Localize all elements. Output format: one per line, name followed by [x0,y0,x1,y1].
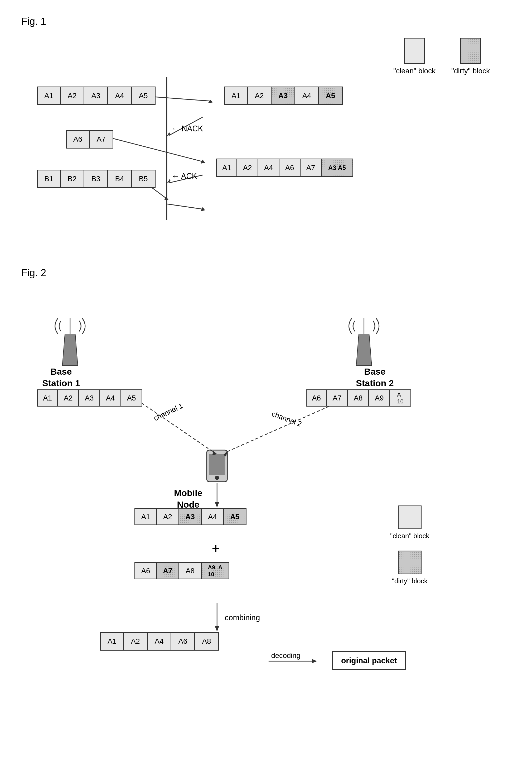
svg-line-8 [169,175,203,183]
f2-a8: A8 [348,389,369,407]
f2-a9: A9 [369,389,390,407]
dirty-block-icon [460,38,481,64]
f2-a4: A4 [100,389,121,407]
mobile-node-text: MobileNode [174,487,202,510]
r1-a3: A3 [179,508,202,525]
rcell2-a4: A4 [258,158,279,177]
fig1-pkt2: A6 A7 [66,130,113,148]
svg-marker-2 [208,100,213,103]
svg-line-6 [106,137,203,162]
svg-marker-29 [215,502,219,507]
svg-text:channel 2: channel 2 [271,409,303,428]
rcell-a3-dirty: A3 [272,86,295,105]
cell-b3: B3 [84,169,108,188]
svg-marker-12 [164,197,168,200]
fig2-recv2: A6 A7 A8 A9 A10 [134,562,229,580]
rcell-a1: A1 [224,86,248,105]
f2-a3: A3 [79,389,100,407]
rcell2-a1: A1 [216,158,237,177]
dirty-legend-item: "dirty" block [451,38,490,75]
bs1-label: BaseStation 1 [42,366,80,389]
r1-a5: A5 [224,508,246,525]
fig1-rpkt1: A1 A2 A3 A4 A5 [224,86,343,105]
rcell-a4: A4 [295,86,319,105]
page: Fig. 1 "clean" block "dirty" block [0,0,532,768]
svg-point-21 [215,476,219,480]
fig2-clean-block [398,505,422,529]
fig2-container: channel 1 channel 2 + combining decoding… [21,287,511,735]
r1-a4: A4 [202,508,224,525]
bs2-label: BaseStation 2 [356,366,394,389]
fig1-container: "clean" block "dirty" block ← NACK [21,35,511,246]
cell-a4: A4 [108,86,132,105]
svg-line-13 [167,204,203,209]
svg-line-24 [225,400,344,453]
svg-marker-7 [201,159,205,163]
r1-a2: A2 [157,508,179,525]
fig1-rpkt2: A1 A2 A4 A6 A7 A3 A5 [216,158,353,177]
f2-a6: A6 [306,389,327,407]
mobile-node-label: MobileNode [174,487,202,510]
fig2-dirty-label: "dirty" block [392,577,428,585]
original-packet-label: original packet [332,651,406,670]
fig2-dirty-block [398,550,422,574]
svg-marker-25 [224,451,228,457]
svg-rect-19 [207,450,227,482]
f2-a5: A5 [121,389,142,407]
svg-text:← NACK: ← NACK [172,124,203,133]
svg-marker-23 [212,451,217,455]
svg-line-3 [169,117,203,135]
r2-a9-a10: A9 A10 [202,562,229,580]
f2-a2: A2 [58,389,79,407]
svg-marker-14 [201,207,205,211]
comb-a4: A4 [148,632,171,651]
cell-b2: B2 [61,169,84,188]
svg-text:decoding: decoding [271,651,301,660]
rcell2-a3a5-dirty: A3 A5 [322,158,353,177]
rcell2-a7: A7 [301,158,322,177]
r1-a1: A1 [134,508,157,525]
svg-marker-4 [167,132,170,137]
bs1-text: BaseStation 1 [42,366,80,389]
clean-block-icon [404,38,425,64]
cell-a1: A1 [37,86,61,105]
fig1-pkt1: A1 A2 A3 A4 A5 [37,86,156,105]
fig2-bs1-pkt: A1 A2 A3 A4 A5 [37,389,142,407]
cell-b5: B5 [132,169,156,188]
original-packet-box: original packet [332,651,406,670]
fig2-label: Fig. 2 [21,267,511,279]
svg-text:channel 1: channel 1 [152,402,184,423]
comb-a8: A8 [195,632,219,651]
fig2-bs2-pkt: A6 A7 A8 A9 A10 [306,389,411,407]
svg-text:+: + [212,541,220,556]
f2-a1: A1 [37,389,58,407]
svg-marker-32 [215,626,219,632]
fig1-legend: "clean" block "dirty" block [393,38,490,75]
svg-marker-17 [356,334,372,366]
rcell2-a2: A2 [237,158,258,177]
svg-text:combining: combining [225,613,260,622]
dirty-label: "dirty" block [451,67,490,75]
fig2-recv1: A1 A2 A3 A4 A5 [134,508,246,525]
bs2-text: BaseStation 2 [356,366,394,389]
svg-text:← ACK: ← ACK [172,171,197,181]
clean-label: "clean" block [393,67,436,75]
f2-a10: A10 [390,389,411,407]
fig2-clean-label: "clean" block [390,532,429,540]
svg-marker-35 [312,659,317,663]
rcell2-a6: A6 [279,158,301,177]
comb-a1: A1 [100,632,124,651]
svg-line-22 [137,400,214,453]
fig1-pkt3: B1 B2 B3 B4 B5 [37,169,156,188]
cell-a7: A7 [90,130,113,148]
clean-legend-item: "clean" block [393,38,436,75]
cell-a6: A6 [66,130,90,148]
svg-marker-15 [62,334,78,366]
cell-a2: A2 [61,86,84,105]
svg-marker-9 [167,179,171,183]
f2-a7: A7 [327,389,348,407]
fig2-legend: "clean" block "dirty" block [390,505,429,585]
fig1-label: Fig. 1 [21,16,511,27]
comb-a2: A2 [124,632,148,651]
r2-a6: A6 [134,562,157,580]
